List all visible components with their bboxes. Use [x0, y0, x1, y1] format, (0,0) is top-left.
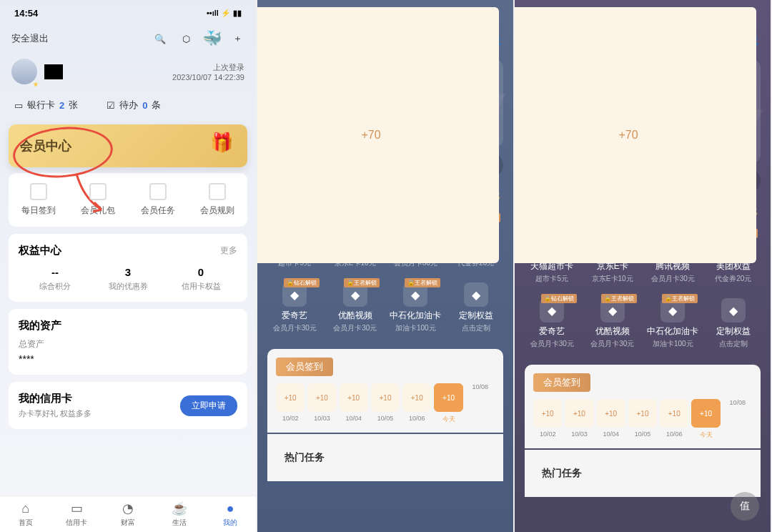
action-task[interactable]: 会员任务 [128, 183, 188, 217]
benefit-item[interactable]: ◆定制权益点击定制 [446, 275, 507, 340]
signin-day[interactable]: +1010/03 [307, 383, 336, 424]
top-bar: 安全退出 🔍 ⬡ 🐳 ＋ [0, 26, 256, 51]
apply-button[interactable]: 立即申请 [180, 395, 237, 416]
benefit-icon: ◆ [721, 298, 746, 322]
signin-day[interactable]: +1010/02 [276, 383, 305, 424]
signin-section: 会员签到 +1010/02+1010/03+1010/04+1010/05+10… [267, 349, 503, 433]
creditcard-section: 我的信用卡 办卡享好礼 权益多多 立即申请 [9, 382, 247, 429]
mascot-icon[interactable]: 🐳 [204, 31, 219, 46]
logout-link[interactable]: 安全退出 [11, 32, 49, 45]
signin-day[interactable]: +7010/08 [723, 399, 752, 440]
signal-icons: ••ıll ⚡ ▮▮ [207, 9, 242, 18]
tab-bar: ⌂首页 ▭信用卡 ◔财富 ☕生活 ●我的 [0, 496, 256, 532]
smzdm-watermark: 值值 什么值得买 [731, 492, 759, 521]
hot-task-title: 热门任务 [533, 458, 752, 488]
tab-me[interactable]: ●我的 [204, 501, 256, 528]
time: 14:54 [14, 8, 38, 19]
user-row[interactable]: TJ 上次登录 2023/10/07 14:22:39 [0, 51, 256, 92]
rights-section: 权益中心更多 --综合积分 3我的优惠券 0信用卡权益 [9, 234, 247, 302]
stat-coupon[interactable]: 3我的优惠券 [91, 266, 164, 292]
stat-points[interactable]: --综合积分 [19, 266, 91, 292]
username: TJ [44, 64, 63, 79]
stat-credit[interactable]: 0信用卡权益 [164, 266, 237, 292]
status-bar: 14:54 ••ıll ⚡ ▮▮ [0, 0, 256, 26]
action-rules[interactable]: 会员规则 [188, 183, 248, 217]
signin-day[interactable]: +10今天 [691, 399, 720, 440]
action-row: 每日签到 会员礼包 会员任务 会员规则 [9, 173, 247, 227]
lock-badge: 🔒王者解锁 [601, 294, 637, 303]
signin-day[interactable]: +1010/04 [340, 383, 368, 424]
member-center-card[interactable]: 会员中心 🎁 [9, 124, 247, 167]
benefit-item[interactable]: 🔒王者解锁◆优酷视频会员月卡30元 [583, 291, 643, 356]
tab-home[interactable]: ⌂首页 [0, 501, 51, 528]
lock-badge: 🔒王者解锁 [344, 278, 380, 287]
search-icon[interactable]: 🔍 [153, 31, 167, 46]
signin-day[interactable]: +1010/05 [371, 383, 400, 424]
signin-day[interactable]: +1010/06 [660, 399, 688, 440]
todo-item[interactable]: ☑ 待办 0 条 [107, 99, 161, 112]
more-link[interactable]: 更多 [220, 245, 237, 257]
lock-badge: 🔒钻石解锁 [541, 294, 577, 303]
gift-icon: 🎁 [210, 132, 233, 154]
last-login: 上次登录 2023/10/07 14:22:39 [172, 62, 244, 82]
tab-wealth[interactable]: ◔财富 [102, 501, 154, 528]
signin-day[interactable]: +1010/02 [533, 399, 562, 440]
signin-day[interactable]: +1010/05 [628, 399, 657, 440]
plus-icon[interactable]: ＋ [230, 31, 244, 46]
action-signin[interactable]: 每日签到 [9, 183, 69, 217]
signin-day[interactable]: +1010/03 [565, 399, 593, 440]
benefit-icon: ◆ [464, 282, 488, 307]
signin-day[interactable]: +10今天 [434, 383, 462, 424]
lock-badge: 🔒钻石解锁 [284, 278, 320, 287]
lock-badge: 🔒王者解锁 [662, 294, 698, 303]
hot-task-title: 热门任务 [276, 443, 495, 473]
benefit-item[interactable]: 🔒王者解锁◆中石化加油卡加油卡100元 [643, 291, 703, 356]
hexagon-icon[interactable]: ⬡ [179, 31, 193, 46]
assets-section[interactable]: 我的资产 总资产 **** [9, 309, 247, 375]
avatar[interactable] [11, 59, 37, 84]
benefit-item[interactable]: 🔒王者解锁◆中石化加油卡加油卡100元 [385, 275, 446, 340]
signin-day[interactable]: +1010/04 [597, 399, 625, 440]
signin-section: 会员签到 +1010/02+1010/03+1010/04+1010/05+10… [525, 365, 761, 448]
tab-credit[interactable]: ▭信用卡 [51, 501, 103, 528]
benefit-item[interactable]: ◆定制权益点击定制 [703, 291, 764, 356]
benefit-item[interactable]: 🔒钻石解锁◆爱奇艺会员月卡30元 [264, 275, 325, 340]
benefit-item[interactable]: 🔒钻石解锁◆爱奇艺会员月卡30元 [522, 291, 583, 356]
tab-life[interactable]: ☕生活 [154, 501, 205, 528]
bankcard-item[interactable]: ▭ 银行卡 2 张 [14, 99, 78, 112]
signin-day[interactable]: +7010/08 [466, 383, 495, 424]
benefit-item[interactable]: 🔒王者解锁◆优酷视频会员月卡30元 [325, 275, 386, 340]
lock-badge: 🔒王者解锁 [405, 278, 440, 287]
signin-day[interactable]: +1010/06 [402, 383, 431, 424]
